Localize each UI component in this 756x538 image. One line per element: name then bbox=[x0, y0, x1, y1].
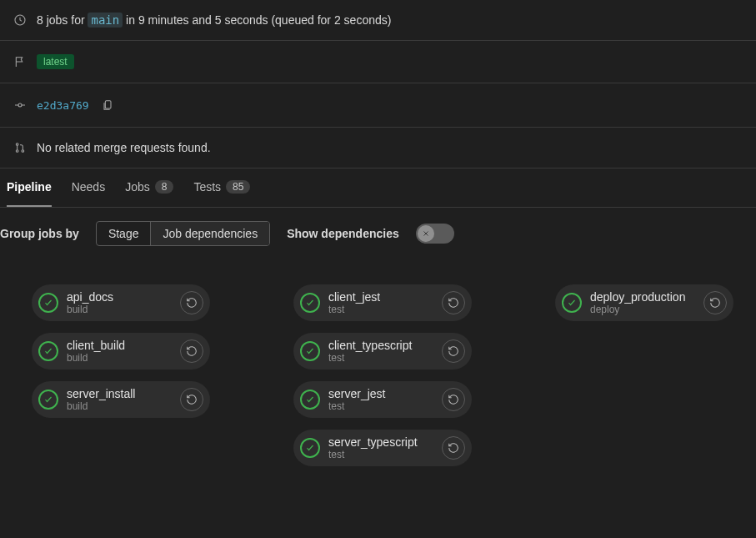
job-pill[interactable]: client_jesttest bbox=[293, 284, 472, 321]
latest-row: latest bbox=[0, 41, 756, 83]
tab-tests[interactable]: Tests 85 bbox=[193, 168, 250, 207]
status-passed-icon bbox=[38, 293, 58, 313]
status-passed-icon bbox=[300, 390, 320, 410]
job-stage-label: test bbox=[328, 449, 433, 460]
job-text: client_typescripttest bbox=[328, 339, 433, 364]
stage-column: deploy_productiondeploy bbox=[555, 284, 733, 466]
copy-commit-button[interactable] bbox=[99, 97, 116, 113]
job-text: client_buildbuild bbox=[67, 339, 172, 364]
retry-job-button[interactable] bbox=[180, 339, 203, 363]
retry-job-button[interactable] bbox=[442, 436, 465, 460]
job-text: client_jesttest bbox=[328, 290, 433, 315]
job-text: api_docsbuild bbox=[67, 290, 172, 315]
tab-pipeline-label: Pipeline bbox=[7, 180, 52, 194]
pipeline-summary-row: 8 jobs for main in 9 minutes and 5 secon… bbox=[0, 0, 756, 41]
status-passed-icon bbox=[38, 341, 58, 361]
stage-column: api_docsbuildclient_buildbuildserver_ins… bbox=[32, 284, 210, 466]
show-dependencies-label: Show dependencies bbox=[287, 227, 399, 240]
job-pill[interactable]: deploy_productiondeploy bbox=[555, 284, 733, 321]
tab-jobs[interactable]: Jobs 8 bbox=[125, 168, 173, 207]
job-stage-label: build bbox=[67, 352, 172, 364]
pipeline-graph: api_docsbuildclient_buildbuildserver_ins… bbox=[0, 259, 756, 466]
clock-icon bbox=[13, 13, 27, 27]
commit-icon bbox=[13, 98, 27, 112]
job-name: server_install bbox=[67, 387, 172, 400]
status-passed-icon bbox=[300, 293, 320, 313]
job-pill[interactable]: client_typescripttest bbox=[293, 333, 472, 370]
close-icon bbox=[422, 229, 430, 238]
toggle-knob bbox=[418, 225, 434, 242]
clipboard-icon bbox=[101, 98, 114, 112]
job-text: server_installbuild bbox=[67, 387, 172, 412]
pipeline-summary-text: 8 jobs for main in 9 minutes and 5 secon… bbox=[37, 13, 391, 27]
tab-jobs-label: Jobs bbox=[125, 180, 150, 194]
tab-needs[interactable]: Needs bbox=[72, 168, 105, 207]
job-text: server_jesttest bbox=[328, 387, 433, 412]
commit-hash-link[interactable]: e2d3a769 bbox=[37, 99, 89, 112]
group-by-stage-button[interactable]: Stage bbox=[97, 222, 151, 245]
job-name: client_typescript bbox=[328, 339, 433, 352]
job-pill[interactable]: api_docsbuild bbox=[32, 284, 210, 321]
tab-jobs-count: 8 bbox=[155, 180, 174, 194]
job-stage-label: build bbox=[67, 304, 172, 315]
merge-request-icon bbox=[13, 141, 27, 154]
flag-icon bbox=[13, 55, 27, 68]
commit-row: e2d3a769 bbox=[0, 83, 756, 128]
show-dependencies-toggle[interactable] bbox=[416, 224, 454, 244]
merge-requests-text: No related merge requests found. bbox=[37, 141, 211, 154]
svg-point-5 bbox=[22, 150, 24, 153]
job-pill[interactable]: server_installbuild bbox=[32, 381, 210, 418]
tab-pipeline[interactable]: Pipeline bbox=[7, 168, 52, 207]
retry-job-button[interactable] bbox=[703, 291, 727, 314]
latest-badge: latest bbox=[37, 54, 74, 69]
job-name: server_jest bbox=[328, 387, 433, 400]
job-stage-label: build bbox=[67, 400, 172, 412]
job-name: client_jest bbox=[328, 290, 433, 304]
job-stage-label: test bbox=[328, 304, 433, 315]
job-name: server_typescript bbox=[328, 435, 433, 449]
svg-point-1 bbox=[18, 103, 22, 107]
group-by-label: Group jobs by bbox=[0, 227, 79, 240]
status-passed-icon bbox=[562, 293, 582, 313]
pipeline-tabs: Pipeline Needs Jobs 8 Tests 85 bbox=[0, 168, 756, 208]
job-stage-label: test bbox=[328, 352, 433, 364]
job-pill[interactable]: server_jesttest bbox=[293, 381, 472, 418]
stage-column: client_jesttestclient_typescripttestserv… bbox=[293, 284, 472, 466]
controls-row: Group jobs by Stage Job dependencies Sho… bbox=[0, 208, 756, 259]
duration-text: in 9 minutes and 5 seconds (queued for 2… bbox=[123, 13, 391, 27]
status-passed-icon bbox=[300, 438, 320, 458]
job-name: client_build bbox=[67, 339, 172, 352]
group-by-segmented: Stage Job dependencies bbox=[96, 221, 270, 246]
retry-job-button[interactable] bbox=[442, 291, 465, 314]
job-text: server_typescripttest bbox=[328, 435, 433, 460]
branch-name[interactable]: main bbox=[88, 13, 123, 28]
svg-point-4 bbox=[16, 150, 18, 153]
svg-rect-2 bbox=[105, 101, 111, 108]
retry-job-button[interactable] bbox=[180, 388, 203, 411]
job-pill[interactable]: client_buildbuild bbox=[32, 333, 210, 370]
merge-requests-row: No related merge requests found. bbox=[0, 128, 756, 168]
status-passed-icon bbox=[38, 390, 58, 410]
job-name: deploy_production bbox=[590, 290, 695, 304]
job-stage-label: deploy bbox=[590, 304, 695, 315]
retry-job-button[interactable] bbox=[180, 291, 203, 314]
tab-needs-label: Needs bbox=[72, 180, 105, 194]
status-passed-icon bbox=[300, 341, 320, 361]
retry-job-button[interactable] bbox=[442, 388, 465, 411]
job-stage-label: test bbox=[328, 400, 433, 412]
tab-tests-label: Tests bbox=[193, 180, 221, 194]
jobs-count-prefix: 8 jobs for bbox=[37, 13, 88, 27]
group-by-dependencies-button[interactable]: Job dependencies bbox=[150, 222, 269, 245]
job-text: deploy_productiondeploy bbox=[590, 290, 695, 315]
job-pill[interactable]: server_typescripttest bbox=[293, 430, 472, 466]
job-name: api_docs bbox=[67, 290, 172, 304]
retry-job-button[interactable] bbox=[442, 339, 465, 363]
svg-point-3 bbox=[16, 143, 18, 146]
tab-tests-count: 85 bbox=[226, 180, 250, 194]
